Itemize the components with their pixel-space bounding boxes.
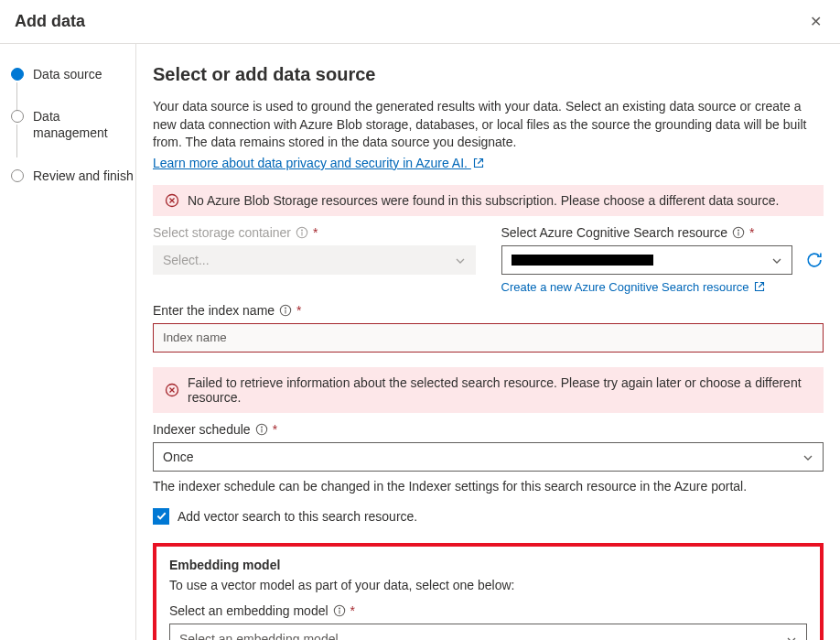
create-search-resource-link[interactable]: Create a new Azure Cognitive Search reso… xyxy=(501,280,824,294)
step-bullet-active xyxy=(11,68,24,81)
cognitive-search-select[interactable] xyxy=(501,245,793,275)
embedding-model-label: Select an embedding model * xyxy=(169,603,807,618)
chevron-down-icon xyxy=(786,634,797,640)
info-icon[interactable] xyxy=(333,604,346,617)
storage-container-select: Select... xyxy=(153,245,476,275)
indexer-schedule-select[interactable]: Once xyxy=(153,442,824,472)
embedding-model-select[interactable]: Select an embedding model Azure OpenAI -… xyxy=(169,624,807,640)
embedding-subtitle: To use a vector model as part of your da… xyxy=(169,578,807,592)
chevron-down-icon xyxy=(802,451,813,462)
step-bullet xyxy=(11,169,24,182)
svg-point-9 xyxy=(261,427,262,428)
svg-point-6 xyxy=(285,308,286,309)
info-icon[interactable] xyxy=(296,226,308,239)
alert-no-blob-storage: No Azure Blob Storage resources were fou… xyxy=(153,185,824,216)
step-data-management[interactable]: Data management xyxy=(11,108,135,167)
storage-container-label: Select storage container * xyxy=(153,225,476,240)
external-link-icon xyxy=(754,281,765,292)
redacted-value xyxy=(512,255,653,266)
info-icon[interactable] xyxy=(732,226,745,239)
info-icon[interactable] xyxy=(279,304,292,317)
alert-failed-retrieve: Failed to retrieve information about the… xyxy=(153,367,824,413)
vector-search-checkbox[interactable] xyxy=(153,508,169,525)
index-name-label: Enter the index name * xyxy=(153,303,824,318)
external-link-icon xyxy=(473,157,484,168)
error-icon xyxy=(165,383,179,397)
chevron-down-icon xyxy=(455,255,466,266)
svg-point-2 xyxy=(302,230,303,231)
indexer-helper-text: The indexer schedule can be changed in t… xyxy=(153,479,824,494)
step-review-finish[interactable]: Review and finish xyxy=(11,168,135,210)
dialog-title: Add data xyxy=(15,12,85,31)
info-icon[interactable] xyxy=(255,423,268,436)
step-bullet xyxy=(11,110,24,123)
index-name-input[interactable] xyxy=(153,323,824,353)
error-icon xyxy=(165,193,179,208)
indexer-schedule-label: Indexer schedule * xyxy=(153,422,824,437)
privacy-link[interactable]: Learn more about data privacy and securi… xyxy=(153,156,484,170)
refresh-icon[interactable] xyxy=(805,251,824,269)
svg-point-4 xyxy=(738,230,739,231)
section-description: Your data source is used to ground the g… xyxy=(153,98,824,152)
vector-search-label: Add vector search to this search resourc… xyxy=(178,509,417,524)
wizard-steps: Data source Data management Review and f… xyxy=(0,44,135,640)
chevron-down-icon xyxy=(771,255,782,266)
embedding-title: Embedding model xyxy=(169,558,807,572)
cognitive-search-label: Select Azure Cognitive Search resource * xyxy=(501,225,824,240)
section-heading: Select or add data source xyxy=(153,64,824,85)
close-icon[interactable]: ✕ xyxy=(806,9,825,34)
embedding-model-section: Embedding model To use a vector model as… xyxy=(153,543,824,640)
svg-point-11 xyxy=(339,608,339,609)
step-data-source[interactable]: Data source xyxy=(11,66,135,108)
main-content: Select or add data source Your data sour… xyxy=(135,44,840,640)
